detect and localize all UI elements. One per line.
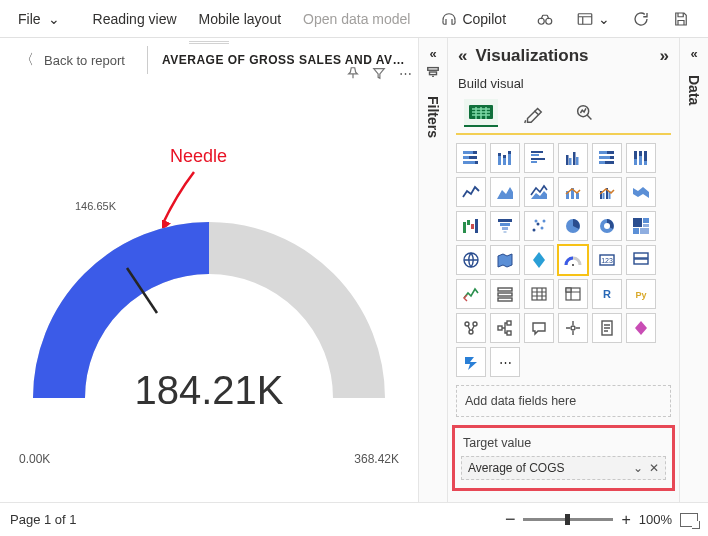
- line-chart-icon[interactable]: [456, 177, 486, 207]
- area-chart-icon[interactable]: [490, 177, 520, 207]
- more-icon[interactable]: ⋯: [396, 64, 414, 82]
- smart-narrative-icon[interactable]: [558, 313, 588, 343]
- zoom-slider[interactable]: [523, 518, 613, 521]
- map-icon[interactable]: [456, 245, 486, 275]
- funnel-icon[interactable]: [490, 211, 520, 241]
- svg-rect-47: [463, 222, 466, 233]
- back-to-report-button[interactable]: 〈 Back to report: [12, 51, 133, 69]
- tab-format[interactable]: [516, 99, 550, 127]
- chevron-down-icon[interactable]: ⌄: [633, 461, 643, 475]
- filters-icon[interactable]: [426, 65, 440, 82]
- save-button[interactable]: [664, 6, 698, 32]
- svg-rect-27: [576, 157, 579, 165]
- donut-chart-icon[interactable]: [592, 211, 622, 241]
- tab-fields[interactable]: [464, 99, 498, 127]
- svg-point-69: [572, 264, 574, 266]
- svg-rect-35: [634, 159, 637, 165]
- tab-analytics[interactable]: [568, 99, 602, 127]
- values-field-well[interactable]: Add data fields here: [456, 385, 671, 417]
- key-influencers-icon[interactable]: [456, 313, 486, 343]
- svg-rect-53: [502, 227, 508, 230]
- paginated-report-icon[interactable]: [592, 313, 622, 343]
- page-indicator[interactable]: Page 1 of 1: [10, 512, 77, 527]
- refresh-button[interactable]: [624, 6, 658, 32]
- clustered-bar-icon[interactable]: [524, 143, 554, 173]
- expand-left-icon[interactable]: «: [690, 46, 697, 61]
- pie-chart-icon[interactable]: [558, 211, 588, 241]
- multi-row-card-icon[interactable]: [626, 245, 656, 275]
- main-area: ⋯ 〈 Back to report AVERAGE OF GROSS SALE…: [0, 38, 708, 502]
- slicer-icon[interactable]: [490, 279, 520, 309]
- matrix-icon[interactable]: [558, 279, 588, 309]
- svg-rect-9: [473, 151, 477, 154]
- copilot-button[interactable]: Copilot: [432, 6, 514, 32]
- r-visual-icon[interactable]: R: [592, 279, 622, 309]
- zoom-out-button[interactable]: −: [505, 509, 516, 530]
- clustered-column-icon[interactable]: [558, 143, 588, 173]
- remove-field-icon[interactable]: ✕: [649, 461, 659, 475]
- gauge-icon[interactable]: [558, 245, 588, 275]
- filter-icon[interactable]: [370, 64, 388, 82]
- svg-rect-33: [605, 161, 614, 164]
- line-clustered-column-icon[interactable]: [592, 177, 622, 207]
- zoom-in-button[interactable]: +: [621, 511, 630, 529]
- collapse-left-icon[interactable]: «: [458, 46, 467, 66]
- gauge-visual[interactable]: 146.65K 184.21K 0.00K 368.42K: [19, 208, 399, 431]
- svg-rect-15: [498, 153, 501, 156]
- stacked-column-icon[interactable]: [490, 143, 520, 173]
- svg-rect-85: [498, 326, 502, 330]
- gauge-target-label: 146.65K: [75, 200, 116, 212]
- stacked-bar-icon[interactable]: [456, 143, 486, 173]
- open-data-model-button[interactable]: Open data model: [295, 7, 418, 31]
- kpi-icon[interactable]: [456, 279, 486, 309]
- power-automate-icon[interactable]: [456, 347, 486, 377]
- zoom-level[interactable]: 100%: [639, 512, 672, 527]
- gauge-max-label: 368.42K: [354, 452, 399, 466]
- expand-right-icon[interactable]: »: [660, 46, 669, 66]
- svg-rect-2: [578, 13, 592, 24]
- line-stacked-column-icon[interactable]: [558, 177, 588, 207]
- python-visual-icon[interactable]: Py: [626, 279, 656, 309]
- svg-rect-64: [643, 218, 649, 223]
- pin-icon[interactable]: [344, 64, 362, 82]
- file-menu[interactable]: File⌄: [10, 6, 71, 32]
- fit-to-page-icon[interactable]: [680, 513, 698, 527]
- svg-rect-52: [500, 223, 510, 226]
- power-apps-icon[interactable]: [626, 313, 656, 343]
- table-icon[interactable]: [524, 279, 554, 309]
- svg-point-84: [469, 330, 473, 334]
- card-icon[interactable]: 123: [592, 245, 622, 275]
- drag-handle-icon[interactable]: [189, 41, 229, 44]
- svg-rect-29: [607, 151, 614, 154]
- svg-point-59: [535, 220, 538, 223]
- get-more-visuals-icon[interactable]: ⋯: [490, 347, 520, 377]
- waterfall-icon[interactable]: [456, 211, 486, 241]
- svg-rect-48: [467, 220, 470, 225]
- mobile-layout-button[interactable]: Mobile layout: [191, 7, 290, 31]
- view-dropdown[interactable]: ⌄: [568, 6, 618, 32]
- scatter-icon[interactable]: [524, 211, 554, 241]
- svg-rect-38: [644, 151, 647, 161]
- qa-visual-icon[interactable]: [524, 313, 554, 343]
- ribbon-chart-icon[interactable]: [626, 177, 656, 207]
- filters-pane-collapsed[interactable]: « Filters: [418, 38, 447, 502]
- svg-rect-25: [569, 158, 572, 165]
- svg-rect-20: [531, 151, 543, 153]
- decomposition-tree-icon[interactable]: [490, 313, 520, 343]
- treemap-icon[interactable]: [626, 211, 656, 241]
- svg-text:123: 123: [601, 257, 613, 264]
- layout-icon: [576, 10, 594, 28]
- stacked-column-100-icon[interactable]: [626, 143, 656, 173]
- stacked-bar-100-icon[interactable]: [592, 143, 622, 173]
- svg-rect-42: [576, 193, 579, 199]
- data-pane-collapsed[interactable]: « Data: [679, 38, 708, 502]
- svg-text:Py: Py: [635, 290, 646, 300]
- reading-view-button[interactable]: Reading view: [85, 7, 185, 31]
- stacked-area-icon[interactable]: [524, 177, 554, 207]
- explore-button[interactable]: [528, 6, 562, 32]
- expand-left-icon[interactable]: «: [429, 46, 436, 61]
- target-value-field[interactable]: Average of COGS ⌄ ✕: [461, 456, 666, 480]
- filled-map-icon[interactable]: [490, 245, 520, 275]
- azure-map-icon[interactable]: [524, 245, 554, 275]
- svg-rect-36: [639, 151, 642, 156]
